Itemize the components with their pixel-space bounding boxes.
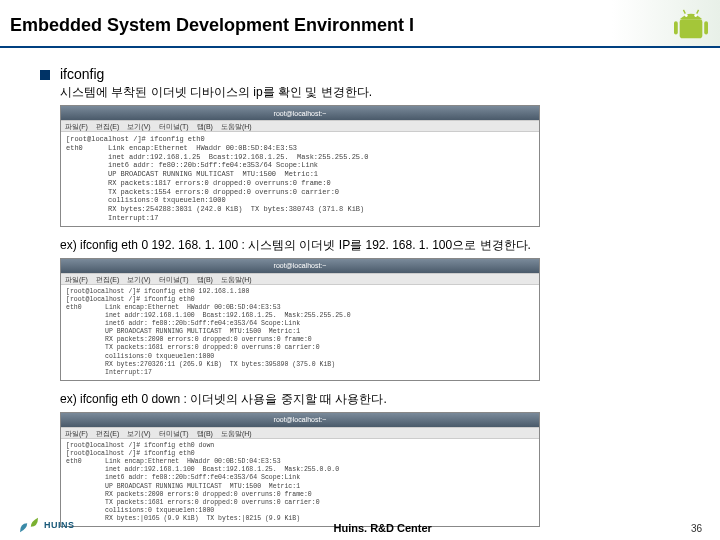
command-name: ifconfig bbox=[60, 66, 104, 82]
svg-line-4 bbox=[697, 10, 699, 14]
svg-line-3 bbox=[683, 10, 685, 14]
terminal-output: [root@localhost /]# ifconfig eth0 eth0 L… bbox=[61, 132, 539, 226]
slide-title: Embedded System Development Environment … bbox=[10, 15, 414, 36]
menu-item: 도움말(H) bbox=[221, 122, 252, 130]
android-icon bbox=[672, 8, 710, 42]
example-caption-1: ex) ifconfig eth 0 192. 168. 1. 100 : 시스… bbox=[60, 237, 680, 254]
menu-item: 편집(E) bbox=[96, 122, 119, 130]
svg-rect-0 bbox=[680, 19, 703, 38]
menu-item: 편집(E) bbox=[96, 429, 119, 437]
terminal-output: [root@localhost /]# ifconfig eth0 down [… bbox=[61, 439, 539, 526]
menu-item: 도움말(H) bbox=[221, 275, 252, 283]
menu-item: 도움말(H) bbox=[221, 429, 252, 437]
svg-point-1 bbox=[685, 14, 688, 17]
bullet-row: ifconfig bbox=[40, 66, 680, 82]
terminal-menubar: 파일(F) 편집(E) 보기(V) 터미널(T) 탭(B) 도움말(H) bbox=[61, 427, 539, 439]
slide-header: Embedded System Development Environment … bbox=[0, 0, 720, 48]
menu-item: 탭(B) bbox=[197, 122, 213, 130]
svg-rect-6 bbox=[704, 21, 708, 34]
terminal-titlebar: root@localhost:~ bbox=[61, 259, 539, 273]
logo-text: HUINS bbox=[44, 520, 75, 530]
example-caption-2: ex) ifconfig eth 0 down : 이더넷의 사용을 중지할 때… bbox=[60, 391, 680, 408]
svg-rect-5 bbox=[674, 21, 678, 34]
menu-item: 터미널(T) bbox=[159, 275, 189, 283]
slide-footer: HUINS Huins. R&D Center 36 bbox=[0, 516, 720, 534]
terminal-titlebar: root@localhost:~ bbox=[61, 106, 539, 120]
menu-item: 터미널(T) bbox=[159, 122, 189, 130]
huins-logo-icon bbox=[18, 516, 40, 534]
terminal-output: [root@localhost /]# ifconfig eth0 192.16… bbox=[61, 285, 539, 380]
terminal-window-3: root@localhost:~ 파일(F) 편집(E) 보기(V) 터미널(T… bbox=[60, 412, 540, 527]
menu-item: 편집(E) bbox=[96, 275, 119, 283]
huins-logo: HUINS bbox=[18, 516, 75, 534]
menu-item: 파일(F) bbox=[65, 429, 88, 437]
command-description: 시스템에 부착된 이더넷 디바이스의 ip를 확인 및 변경한다. bbox=[60, 84, 680, 101]
menu-item: 터미널(T) bbox=[159, 429, 189, 437]
terminal-window-1: root@localhost:~ 파일(F) 편집(E) 보기(V) 터미널(T… bbox=[60, 105, 540, 227]
terminal-menubar: 파일(F) 편집(E) 보기(V) 터미널(T) 탭(B) 도움말(H) bbox=[61, 120, 539, 132]
terminal-menubar: 파일(F) 편집(E) 보기(V) 터미널(T) 탭(B) 도움말(H) bbox=[61, 273, 539, 285]
square-bullet-icon bbox=[40, 70, 50, 80]
footer-center-text: Huins. R&D Center bbox=[75, 522, 691, 534]
slide-content: ifconfig 시스템에 부착된 이더넷 디바이스의 ip를 확인 및 변경한… bbox=[0, 48, 720, 527]
menu-item: 파일(F) bbox=[65, 122, 88, 130]
terminal-window-2: root@localhost:~ 파일(F) 편집(E) 보기(V) 터미널(T… bbox=[60, 258, 540, 381]
menu-item: 탭(B) bbox=[197, 429, 213, 437]
menu-item: 보기(V) bbox=[127, 122, 150, 130]
page-number: 36 bbox=[691, 523, 702, 534]
svg-point-2 bbox=[694, 14, 697, 17]
menu-item: 보기(V) bbox=[127, 275, 150, 283]
terminal-titlebar: root@localhost:~ bbox=[61, 413, 539, 427]
menu-item: 보기(V) bbox=[127, 429, 150, 437]
menu-item: 파일(F) bbox=[65, 275, 88, 283]
menu-item: 탭(B) bbox=[197, 275, 213, 283]
